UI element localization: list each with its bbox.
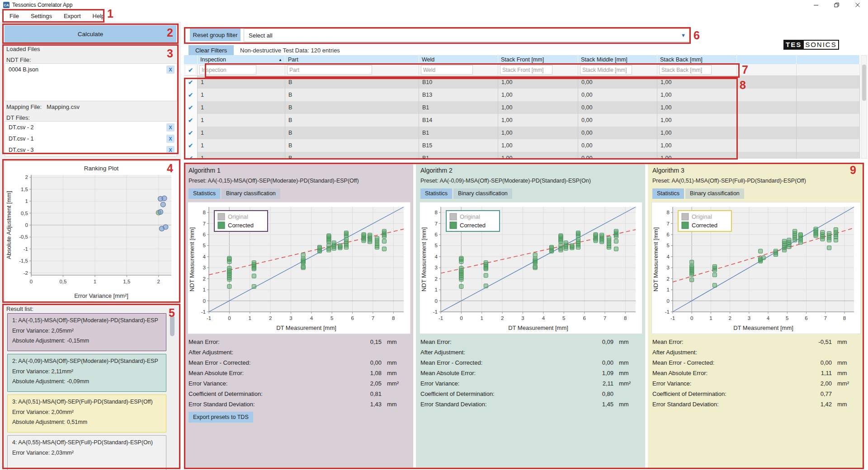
result-card-2[interactable]: 2: AA(-0,09)-MSA(Off)-SEP(Moderate)-PD(S… — [7, 354, 166, 392]
table-cell: 1 — [198, 76, 285, 89]
svg-text:DT Measurement [mm]: DT Measurement [mm] — [276, 324, 336, 331]
filter-input-stack-front-mm[interactable] — [500, 65, 552, 75]
table-row[interactable]: ✔1BB11,000,001,00 — [184, 101, 860, 114]
table-scrollbar-thumb[interactable] — [862, 65, 866, 101]
table-row[interactable]: ✔1BB131,000,001,00 — [184, 89, 860, 101]
restore-button[interactable] — [826, 0, 847, 10]
filter-input-weld[interactable] — [421, 65, 473, 75]
tab-binary-classification[interactable]: Binary classification — [453, 188, 512, 199]
menu-item-help[interactable]: Help — [87, 11, 111, 21]
stat-unit: mm² — [832, 380, 855, 387]
column-header-empty[interactable] — [184, 55, 198, 64]
filter-input-inspection[interactable] — [199, 65, 256, 75]
algorithm-tabs: StatisticsBinary classification — [420, 188, 512, 199]
row-checkbox[interactable]: ✔ — [188, 104, 193, 111]
menu-item-file[interactable]: File — [4, 11, 25, 21]
table-cell: 1,00 — [498, 152, 578, 159]
minimize-button[interactable] — [806, 0, 826, 10]
stat-label: Error Standard Deviation: — [420, 401, 586, 408]
column-header-label: Stack Back [mm] — [660, 56, 703, 63]
tab-binary-classification[interactable]: Binary classification — [222, 188, 280, 199]
reset-group-filter-button[interactable]: Reset group filter — [190, 28, 241, 41]
row-checkbox[interactable]: ✔ — [188, 117, 193, 124]
table-row[interactable]: ✔1BB151,000,001,00 — [184, 139, 860, 152]
row-checkbox[interactable]: ✔ — [188, 129, 193, 136]
filter-cell — [737, 64, 797, 76]
table-cell: B10 — [419, 76, 498, 89]
row-checkbox[interactable]: ✔ — [188, 79, 193, 86]
stat-value: 2,05 — [354, 380, 382, 387]
select-all-checkbox[interactable]: ✔ — [186, 66, 195, 75]
stat-label: Coefficient of Determination: — [652, 390, 805, 397]
remove-file-button[interactable]: X — [166, 123, 175, 132]
remove-file-button[interactable]: X — [166, 135, 175, 143]
svg-text:1: 1 — [249, 315, 251, 321]
filter-input-stack-middle-mm[interactable] — [580, 65, 632, 75]
table-cell: 0,00 — [578, 114, 657, 127]
dt-files-label: DT Files: — [6, 114, 30, 121]
table-cell: 1 — [198, 152, 285, 159]
group-filter-select[interactable]: Select all ▼ — [244, 28, 689, 42]
column-header-part[interactable]: Part — [285, 55, 419, 64]
column-header-stack-middle-mm[interactable]: Stack Middle [mm] — [578, 55, 657, 64]
column-header-weld[interactable]: Weld — [419, 55, 498, 64]
result-card-4[interactable]: 4: AA(0,55)-MSA(Off)-SEP(Full)-PD(Standa… — [7, 435, 166, 470]
stat-row: Mean Error:0,09mm — [420, 337, 637, 347]
row-check-cell: ✔ — [184, 127, 198, 139]
algorithm-tabs: StatisticsBinary classification — [652, 188, 744, 199]
clear-filters-button[interactable]: Clear Filters — [189, 45, 234, 56]
table-cell: 1,00 — [498, 114, 578, 127]
remove-file-button[interactable]: X — [166, 66, 175, 74]
dt-file-row[interactable]: DT.csv - 1X — [5, 133, 177, 144]
svg-text:3: 3 — [667, 265, 670, 270]
filter-input-part[interactable] — [287, 65, 372, 75]
remove-file-button[interactable]: X — [166, 146, 175, 154]
group-filter-value: Select all — [244, 32, 273, 39]
tab-statistics[interactable]: Statistics — [652, 188, 684, 199]
table-row[interactable]: ✔1BB11,000,001,00 — [184, 127, 860, 139]
column-header-empty[interactable] — [797, 55, 860, 64]
svg-text:3: 3 — [435, 265, 438, 270]
stat-value: 0,81 — [354, 390, 382, 397]
result-card-1[interactable]: 1: AA(-0,15)-MSA(Off)-SEP(Moderate)-PD(S… — [7, 313, 166, 351]
column-header-stack-front-mm[interactable]: Stack Front [mm] — [498, 55, 578, 64]
stat-label: Error Standard Deviation: — [652, 401, 805, 408]
export-presets-button[interactable]: Export presets to TDS — [189, 412, 253, 423]
svg-text:NDT Measurement [mm]: NDT Measurement [mm] — [420, 227, 427, 291]
table-row[interactable]: ✔1BB11,000,001,00 — [184, 152, 860, 159]
close-button[interactable] — [847, 0, 868, 10]
main-area: Reset group filter Select all ▼ Clear Fi… — [181, 22, 868, 470]
row-checkbox[interactable]: ✔ — [188, 91, 193, 99]
stat-value: -0,51 — [805, 338, 832, 345]
filter-input-stack-back-mm[interactable] — [659, 65, 712, 75]
dt-file-row[interactable]: DT.csv - 3X — [5, 144, 177, 155]
stat-unit: mm — [613, 338, 637, 345]
menu-item-settings[interactable]: Settings — [25, 11, 58, 21]
tab-binary-classification[interactable]: Binary classification — [685, 188, 744, 199]
ndt-file-row[interactable]: 0004 B.jsonX — [5, 64, 177, 75]
table-row[interactable]: ✔1BB101,000,001,00 — [184, 76, 860, 89]
menu-item-export[interactable]: Export — [58, 11, 87, 21]
result-card-variance: Error Variance: 2,11mm² — [12, 368, 161, 375]
algorithm-panel-3: Algorithm 3Preset: AA(0,51)-MSA(Off)-SEP… — [648, 163, 863, 468]
column-header-inspection[interactable]: Inspection▲ — [198, 55, 285, 64]
svg-text:Corrected: Corrected — [460, 222, 486, 229]
row-checkbox[interactable]: ✔ — [188, 142, 193, 149]
column-header-empty[interactable] — [737, 55, 797, 64]
stat-value: 1,08 — [354, 370, 382, 376]
row-checkbox[interactable]: ✔ — [188, 155, 193, 159]
tessonics-logo: tes sonics — [783, 40, 839, 50]
table-scrollbar[interactable] — [861, 55, 867, 159]
table-cell: B — [285, 76, 419, 89]
result-card-3[interactable]: 3: AA(0,51)-MSA(Off)-SEP(Full)-PD(Standa… — [7, 395, 166, 432]
result-card-title: 3: AA(0,51)-MSA(Off)-SEP(Full)-PD(Standa… — [12, 399, 161, 405]
tab-statistics[interactable]: Statistics — [189, 188, 220, 199]
stat-label: Coefficient of Determination: — [420, 390, 586, 397]
column-header-stack-back-mm[interactable]: Stack Back [mm] — [657, 55, 737, 64]
calculate-button[interactable]: Calculate — [5, 25, 176, 42]
dt-file-row[interactable]: DT.csv - 2X — [5, 122, 177, 133]
tab-statistics[interactable]: Statistics — [420, 188, 452, 199]
result-list-scrollbar[interactable] — [170, 315, 175, 336]
table-row[interactable]: ✔1BB141,000,001,00 — [184, 114, 860, 127]
column-header-label: Weld — [422, 56, 434, 63]
